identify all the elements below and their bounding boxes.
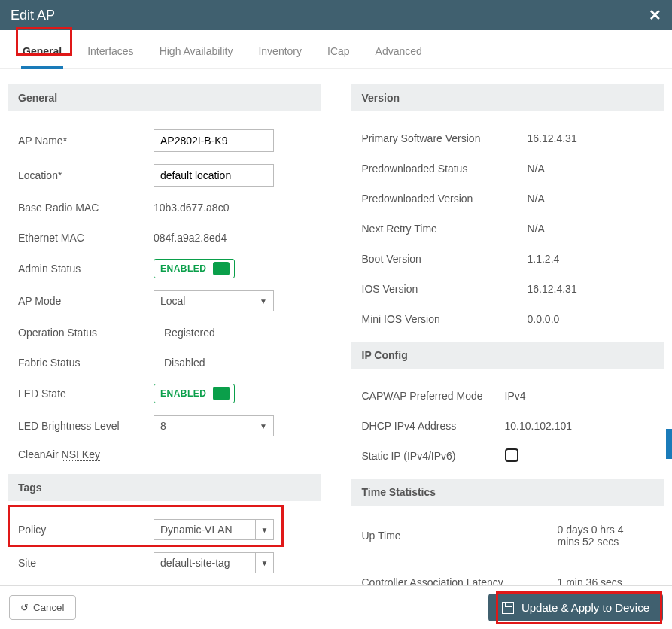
toggle-switch-icon [213, 262, 230, 275]
undo-icon: ↺ [20, 602, 29, 613]
operation-status-label: Operation Status [18, 327, 154, 339]
save-icon [502, 602, 514, 614]
predown-ver-value: N/A [528, 193, 655, 205]
policy-label: Policy [18, 524, 154, 536]
policy-value: Dynamic-VLAN [154, 519, 256, 540]
modal-footer: ↺ Cancel Update & Apply to Device [0, 585, 672, 629]
capwap-value: IPv4 [505, 390, 655, 402]
tabs-bar: General Interfaces High Availability Inv… [0, 30, 672, 69]
location-label: Location* [18, 169, 154, 181]
apname-label: AP Name* [18, 135, 154, 147]
scrollbar-thumb[interactable] [666, 429, 672, 459]
led-state-toggle[interactable]: ENABLED [154, 384, 235, 403]
right-column: Version Primary Software Version 16.12.4… [351, 77, 665, 585]
chevron-down-icon: ▼ [260, 422, 267, 430]
nsi-key-link[interactable]: NSI Key [62, 448, 100, 461]
fabric-status-value: Disabled [154, 357, 311, 369]
led-brightness-label: LED Brightness Level [18, 419, 154, 433]
modal-titlebar: Edit AP ✕ [0, 0, 672, 30]
led-state-label: LED State [18, 387, 154, 400]
primary-sw-label: Primary Software Version [362, 132, 528, 144]
modal-title: Edit AP [11, 8, 55, 23]
section-general: General [8, 84, 321, 111]
primary-sw-value: 16.12.4.31 [528, 132, 655, 144]
modal-body: General Interfaces High Availability Inv… [0, 30, 672, 585]
tab-icap[interactable]: ICap [326, 41, 351, 68]
section-tags: Tags [8, 474, 321, 501]
chevron-down-icon: ▼ [260, 297, 267, 305]
fabric-status-label: Fabric Status [18, 357, 154, 369]
boot-ver-value: 1.1.2.4 [528, 253, 655, 265]
section-timestats: Time Statistics [351, 479, 665, 506]
apply-label: Update & Apply to Device [521, 601, 649, 614]
policy-select[interactable]: Dynamic-VLAN ▼ [154, 519, 274, 540]
ios-ver-label: IOS Version [362, 283, 528, 295]
site-value: default-site-tag [154, 552, 256, 573]
assoc-latency-value: 1 min 36 secs [558, 576, 655, 585]
tab-general[interactable]: General [21, 41, 63, 69]
toggle-switch-icon [213, 387, 230, 400]
admin-status-value: ENABLED [160, 263, 207, 274]
ap-mode-value: Local [160, 295, 185, 307]
admin-status-label: Admin Status [18, 263, 154, 275]
admin-status-toggle[interactable]: ENABLED [154, 259, 235, 278]
cancel-label: Cancel [33, 602, 65, 613]
uptime-value: 0 days 0 hrs 4 mins 52 secs [558, 524, 648, 548]
base-radio-mac-value: 10b3.d677.a8c0 [154, 202, 311, 214]
predown-ver-label: Predownloaded Version [362, 193, 528, 205]
base-radio-mac-label: Base Radio MAC [18, 202, 154, 214]
mini-ios-label: Mini IOS Version [362, 313, 528, 325]
chevron-down-icon[interactable]: ▼ [256, 519, 274, 540]
location-input[interactable] [154, 164, 274, 187]
site-label: Site [18, 557, 154, 569]
uptime-label: Up Time [362, 530, 558, 542]
apname-input[interactable] [154, 129, 274, 152]
mini-ios-value: 0.0.0.0 [528, 313, 655, 325]
ethernet-mac-label: Ethernet MAC [18, 232, 154, 244]
ap-mode-label: AP Mode [18, 295, 154, 307]
next-retry-label: Next Retry Time [362, 223, 528, 235]
ethernet-mac-value: 084f.a9a2.8ed4 [154, 232, 311, 244]
predown-status-label: Predownloaded Status [362, 163, 528, 175]
close-icon[interactable]: ✕ [649, 6, 661, 24]
chevron-down-icon[interactable]: ▼ [256, 552, 274, 573]
dhcp-label: DHCP IPv4 Address [362, 420, 505, 432]
static-ip-label: Static IP (IPv4/IPv6) [362, 450, 505, 462]
assoc-latency-label: Controller Association Latency [362, 576, 558, 585]
predown-status-value: N/A [528, 163, 655, 175]
section-ipconfig: IP Config [351, 342, 665, 369]
tab-interfaces[interactable]: Interfaces [86, 41, 135, 68]
site-select[interactable]: default-site-tag ▼ [154, 552, 274, 573]
dhcp-value: 10.10.102.101 [505, 420, 655, 432]
operation-status-value: Registered [154, 327, 311, 339]
led-brightness-select[interactable]: 8 ▼ [154, 415, 274, 436]
next-retry-value: N/A [528, 223, 655, 235]
ap-mode-select[interactable]: Local ▼ [154, 290, 274, 311]
capwap-label: CAPWAP Preferred Mode [362, 390, 505, 402]
static-ip-checkbox[interactable] [505, 448, 518, 462]
boot-ver-label: Boot Version [362, 253, 528, 265]
tab-advanced[interactable]: Advanced [374, 41, 424, 68]
tab-high-availability[interactable]: High Availability [158, 41, 235, 68]
section-version: Version [351, 84, 665, 111]
ios-ver-value: 16.12.4.31 [528, 283, 655, 295]
cancel-button[interactable]: ↺ Cancel [9, 595, 76, 620]
led-brightness-value: 8 [160, 420, 166, 432]
apply-button[interactable]: Update & Apply to Device [488, 594, 663, 621]
cleanair-label: CleanAir [18, 448, 62, 460]
left-column: General AP Name* Location* [8, 77, 321, 585]
tab-inventory[interactable]: Inventory [257, 41, 303, 68]
led-state-value: ENABLED [160, 388, 207, 399]
